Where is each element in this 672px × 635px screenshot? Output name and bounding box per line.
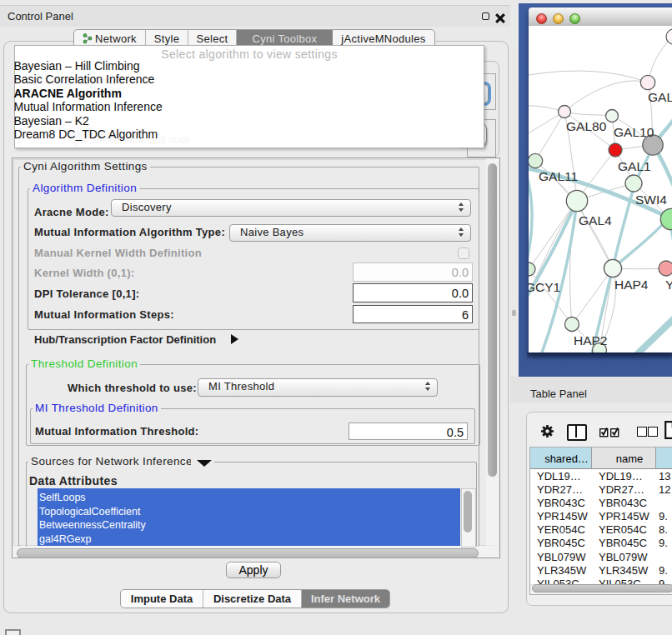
svg-text:GAL80: GAL80 (566, 119, 607, 133)
svg-text:GAL11: GAL11 (539, 169, 578, 183)
svg-text:SWI4: SWI4 (635, 192, 667, 207)
svg-text:GAL1: GAL1 (618, 159, 651, 173)
svg-text:GAL7: GAL7 (648, 90, 672, 104)
svg-text:HAP2: HAP2 (574, 333, 608, 348)
svg-text:GCY1: GCY1 (529, 280, 560, 294)
svg-text:GAL10: GAL10 (614, 125, 654, 139)
svg-text:HAP4: HAP4 (614, 278, 649, 292)
svg-text:GAL4: GAL4 (579, 213, 612, 228)
svg-text:YM: YM (665, 278, 672, 292)
